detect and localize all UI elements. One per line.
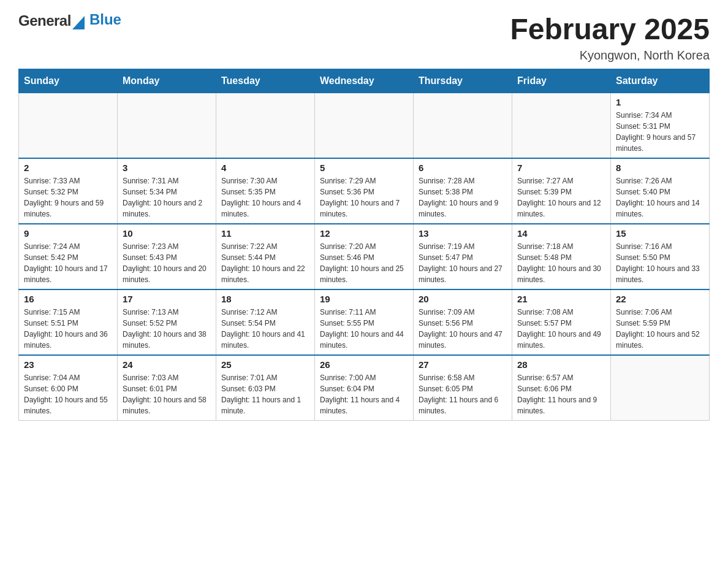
day-info: Sunrise: 7:09 AM Sunset: 5:56 PM Dayligh… — [419, 307, 507, 351]
calendar-day-cell — [216, 93, 315, 159]
calendar-day-cell: 17Sunrise: 7:13 AM Sunset: 5:52 PM Dayli… — [118, 289, 216, 355]
day-info: Sunrise: 7:23 AM Sunset: 5:43 PM Dayligh… — [123, 241, 211, 285]
day-number: 9 — [24, 228, 112, 239]
calendar-day-cell — [19, 93, 118, 159]
calendar-day-cell: 20Sunrise: 7:09 AM Sunset: 5:56 PM Dayli… — [414, 289, 512, 355]
day-info: Sunrise: 7:06 AM Sunset: 5:59 PM Dayligh… — [616, 307, 704, 351]
day-number: 22 — [616, 294, 704, 304]
weekday-header-saturday: Saturday — [611, 69, 710, 93]
calendar-week-row: 23Sunrise: 7:04 AM Sunset: 6:00 PM Dayli… — [19, 355, 710, 421]
day-info: Sunrise: 6:57 AM Sunset: 6:06 PM Dayligh… — [517, 372, 605, 416]
day-number: 23 — [24, 359, 112, 370]
day-number: 15 — [616, 228, 704, 239]
calendar-week-row: 9Sunrise: 7:24 AM Sunset: 5:42 PM Daylig… — [19, 224, 710, 289]
calendar-day-cell — [118, 93, 216, 159]
day-number: 19 — [320, 294, 408, 304]
calendar-day-cell: 16Sunrise: 7:15 AM Sunset: 5:51 PM Dayli… — [19, 289, 118, 355]
calendar-day-cell — [611, 355, 710, 421]
day-number: 27 — [419, 359, 507, 370]
day-number: 10 — [123, 228, 211, 239]
day-number: 25 — [221, 359, 309, 370]
calendar-week-row: 1Sunrise: 7:34 AM Sunset: 5:31 PM Daylig… — [19, 93, 710, 159]
day-info: Sunrise: 7:30 AM Sunset: 5:35 PM Dayligh… — [221, 175, 309, 220]
weekday-header-thursday: Thursday — [414, 69, 512, 93]
day-number: 1 — [616, 97, 704, 107]
weekday-header-friday: Friday — [512, 69, 611, 93]
calendar-day-cell: 19Sunrise: 7:11 AM Sunset: 5:55 PM Dayli… — [315, 289, 414, 355]
day-info: Sunrise: 7:00 AM Sunset: 6:04 PM Dayligh… — [320, 372, 408, 416]
day-info: Sunrise: 6:58 AM Sunset: 6:05 PM Dayligh… — [419, 372, 507, 416]
day-info: Sunrise: 7:22 AM Sunset: 5:44 PM Dayligh… — [221, 241, 309, 285]
calendar-day-cell: 21Sunrise: 7:08 AM Sunset: 5:57 PM Dayli… — [512, 289, 611, 355]
calendar-day-cell: 24Sunrise: 7:03 AM Sunset: 6:01 PM Dayli… — [118, 355, 216, 421]
day-number: 16 — [24, 294, 112, 304]
day-number: 7 — [517, 163, 605, 173]
weekday-header-wednesday: Wednesday — [315, 69, 414, 93]
calendar-day-cell: 3Sunrise: 7:31 AM Sunset: 5:34 PM Daylig… — [118, 158, 216, 224]
day-number: 3 — [123, 163, 211, 173]
day-info: Sunrise: 7:34 AM Sunset: 5:31 PM Dayligh… — [616, 110, 704, 154]
calendar-day-cell: 10Sunrise: 7:23 AM Sunset: 5:43 PM Dayli… — [118, 224, 216, 289]
logo-triangle-icon — [72, 16, 85, 29]
calendar-title: February 2025 — [510, 12, 710, 46]
calendar-week-row: 2Sunrise: 7:33 AM Sunset: 5:32 PM Daylig… — [19, 158, 710, 224]
calendar-day-cell: 12Sunrise: 7:20 AM Sunset: 5:46 PM Dayli… — [315, 224, 414, 289]
day-info: Sunrise: 7:31 AM Sunset: 5:34 PM Dayligh… — [123, 175, 211, 220]
calendar-table: SundayMondayTuesdayWednesdayThursdayFrid… — [18, 69, 710, 421]
weekday-header-row: SundayMondayTuesdayWednesdayThursdayFrid… — [19, 69, 710, 93]
calendar-day-cell: 8Sunrise: 7:26 AM Sunset: 5:40 PM Daylig… — [611, 158, 710, 224]
logo-blue-text: Blue — [89, 11, 121, 28]
day-number: 13 — [419, 228, 507, 239]
day-number: 24 — [123, 359, 211, 370]
day-info: Sunrise: 7:24 AM Sunset: 5:42 PM Dayligh… — [24, 241, 112, 285]
day-info: Sunrise: 7:26 AM Sunset: 5:40 PM Dayligh… — [616, 175, 704, 220]
day-info: Sunrise: 7:19 AM Sunset: 5:47 PM Dayligh… — [419, 241, 507, 285]
day-number: 6 — [419, 163, 507, 173]
svg-marker-0 — [72, 16, 85, 29]
day-info: Sunrise: 7:27 AM Sunset: 5:39 PM Dayligh… — [517, 175, 605, 220]
logo-text: General — [18, 12, 71, 29]
calendar-day-cell: 4Sunrise: 7:30 AM Sunset: 5:35 PM Daylig… — [216, 158, 315, 224]
calendar-day-cell: 13Sunrise: 7:19 AM Sunset: 5:47 PM Dayli… — [414, 224, 512, 289]
calendar-day-cell: 2Sunrise: 7:33 AM Sunset: 5:32 PM Daylig… — [19, 158, 118, 224]
calendar-day-cell: 18Sunrise: 7:12 AM Sunset: 5:54 PM Dayli… — [216, 289, 315, 355]
day-info: Sunrise: 7:15 AM Sunset: 5:51 PM Dayligh… — [24, 307, 112, 351]
calendar-day-cell: 11Sunrise: 7:22 AM Sunset: 5:44 PM Dayli… — [216, 224, 315, 289]
day-info: Sunrise: 7:28 AM Sunset: 5:38 PM Dayligh… — [419, 175, 507, 220]
calendar-day-cell — [315, 93, 414, 159]
day-info: Sunrise: 7:18 AM Sunset: 5:48 PM Dayligh… — [517, 241, 605, 285]
day-info: Sunrise: 7:11 AM Sunset: 5:55 PM Dayligh… — [320, 307, 408, 351]
day-number: 8 — [616, 163, 704, 173]
day-number: 18 — [221, 294, 309, 304]
calendar-day-cell: 5Sunrise: 7:29 AM Sunset: 5:36 PM Daylig… — [315, 158, 414, 224]
day-info: Sunrise: 7:13 AM Sunset: 5:52 PM Dayligh… — [123, 307, 211, 351]
weekday-header-monday: Monday — [118, 69, 216, 93]
calendar-day-cell: 26Sunrise: 7:00 AM Sunset: 6:04 PM Dayli… — [315, 355, 414, 421]
calendar-day-cell: 25Sunrise: 7:01 AM Sunset: 6:03 PM Dayli… — [216, 355, 315, 421]
day-info: Sunrise: 7:08 AM Sunset: 5:57 PM Dayligh… — [517, 307, 605, 351]
calendar-day-cell: 14Sunrise: 7:18 AM Sunset: 5:48 PM Dayli… — [512, 224, 611, 289]
weekday-header-tuesday: Tuesday — [216, 69, 315, 93]
day-number: 5 — [320, 163, 408, 173]
day-info: Sunrise: 7:29 AM Sunset: 5:36 PM Dayligh… — [320, 175, 408, 220]
calendar-day-cell: 22Sunrise: 7:06 AM Sunset: 5:59 PM Dayli… — [611, 289, 710, 355]
calendar-day-cell: 27Sunrise: 6:58 AM Sunset: 6:05 PM Dayli… — [414, 355, 512, 421]
day-info: Sunrise: 7:12 AM Sunset: 5:54 PM Dayligh… — [221, 307, 309, 351]
calendar-day-cell: 1Sunrise: 7:34 AM Sunset: 5:31 PM Daylig… — [611, 93, 710, 159]
calendar-subtitle: Kyongwon, North Korea — [510, 48, 710, 63]
title-block: February 2025 Kyongwon, North Korea — [510, 12, 710, 63]
calendar-day-cell — [414, 93, 512, 159]
calendar-day-cell: 6Sunrise: 7:28 AM Sunset: 5:38 PM Daylig… — [414, 158, 512, 224]
day-number: 12 — [320, 228, 408, 239]
day-number: 14 — [517, 228, 605, 239]
day-number: 26 — [320, 359, 408, 370]
day-number: 28 — [517, 359, 605, 370]
day-number: 11 — [221, 228, 309, 239]
day-number: 20 — [419, 294, 507, 304]
calendar-week-row: 16Sunrise: 7:15 AM Sunset: 5:51 PM Dayli… — [19, 289, 710, 355]
calendar-day-cell: 23Sunrise: 7:04 AM Sunset: 6:00 PM Dayli… — [19, 355, 118, 421]
calendar-day-cell: 7Sunrise: 7:27 AM Sunset: 5:39 PM Daylig… — [512, 158, 611, 224]
day-info: Sunrise: 7:01 AM Sunset: 6:03 PM Dayligh… — [221, 372, 309, 416]
page-header: General Blue February 2025 Kyongwon, Nor… — [18, 12, 710, 63]
calendar-day-cell: 15Sunrise: 7:16 AM Sunset: 5:50 PM Dayli… — [611, 224, 710, 289]
